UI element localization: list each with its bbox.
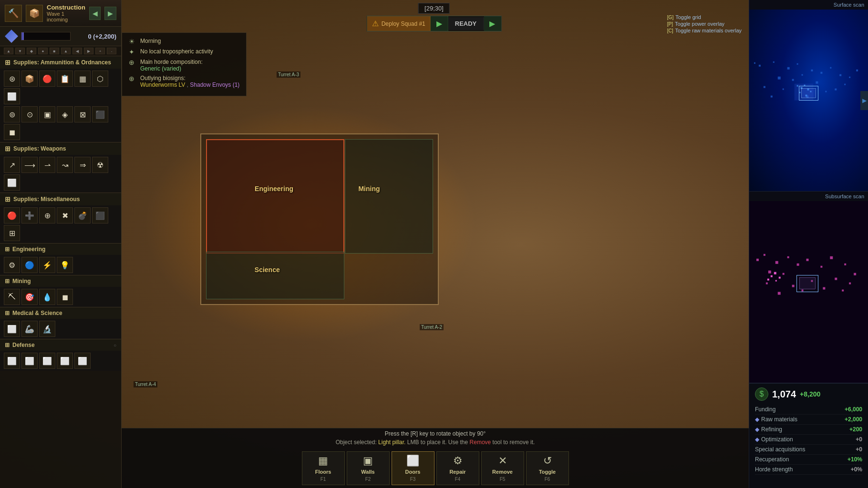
weapons-section-header: ⊞ Supplies: Weapons — [0, 142, 121, 155]
def-item-4[interactable]: ⬜ — [57, 353, 73, 369]
mine-item-1[interactable]: ⛏ — [4, 289, 20, 305]
misc-item-2[interactable]: ➕ — [21, 207, 38, 224]
economy-main-value: 1,074 — [772, 389, 796, 400]
med-item-3[interactable]: 🔬 — [39, 321, 55, 337]
doors-label: Doors — [405, 469, 421, 475]
action-tabs: ▦ Floors F1 ▣ Walls F2 ⬜ Doors F3 ⚙ Repa… — [122, 448, 749, 488]
weapon-item-2[interactable]: ⟶ — [21, 157, 38, 173]
economy-income: +8,200 — [800, 390, 820, 398]
weapon-item-3[interactable]: ⇀ — [39, 157, 55, 173]
eng-item-3[interactable]: ⚡ — [39, 257, 55, 273]
med-item-1[interactable]: ⬜ — [4, 321, 20, 337]
mine-item-3[interactable]: 💧 — [39, 289, 55, 305]
misc-item-7[interactable]: ⊞ — [4, 225, 20, 241]
def-item-2[interactable]: ⬜ — [21, 353, 38, 369]
small-icon-6[interactable]: ▲ — [61, 48, 71, 54]
deploy-squad-label: Deploy Squad #1 — [382, 20, 425, 27]
small-icon-8[interactable]: ▶ — [84, 48, 93, 54]
small-icon-2[interactable]: ▼ — [15, 48, 25, 54]
weapon-item-4[interactable]: ↝ — [57, 157, 73, 173]
ammo-item-2[interactable]: 📦 — [21, 71, 38, 87]
ammo-item-12[interactable]: ⊠ — [74, 106, 91, 122]
ammo-item-8[interactable]: ⊚ — [4, 106, 20, 122]
deploy-play-btn-2[interactable]: ▶ — [484, 16, 501, 31]
walls-tab[interactable]: ▣ Walls F2 — [347, 451, 390, 485]
hint-prefix: Object selected: — [336, 439, 377, 446]
floors-tab[interactable]: ▦ Floors F1 — [302, 451, 345, 485]
eng-item-2[interactable]: 🔵 — [21, 257, 38, 273]
def-item-1[interactable]: ⬜ — [4, 353, 20, 369]
surface-scan-map: ▶ — [749, 10, 868, 191]
ammo-item-1[interactable]: ⊛ — [4, 71, 20, 87]
misc-item-1[interactable]: 🔴 — [4, 207, 20, 224]
repair-icon: ⚙ — [453, 455, 463, 467]
surface-scan-title: Surface scan — [749, 0, 868, 10]
engineering-items: ⚙ 🔵 ⚡ 💡 — [0, 255, 121, 275]
small-icons-row: ▲ ▼ ◆ ● ■ ▲ ◀ ▶ + - — [0, 46, 121, 56]
svg-rect-18 — [825, 91, 827, 92]
rotate-hint: Press the [R] key to rotate object by 90… — [385, 430, 486, 437]
doors-tab[interactable]: ⬜ Doors F3 — [392, 451, 434, 485]
medical-tab-header[interactable]: ⊞ Medical & Science — [0, 307, 121, 319]
nav-arrow-right[interactable]: ▶ — [104, 7, 116, 20]
small-icon-5[interactable]: ■ — [50, 48, 59, 54]
eng-item-1[interactable]: ⚙ — [4, 257, 20, 273]
deploy-play-btn-1[interactable]: ▶ — [431, 16, 448, 31]
mine-item-4[interactable]: ◼ — [57, 289, 73, 305]
svg-rect-3 — [787, 67, 790, 70]
repair-tab[interactable]: ⚙ Repair F4 — [436, 451, 479, 485]
weapon-item-7[interactable]: ⬜ — [4, 174, 20, 191]
ammo-icon: ⊞ — [5, 59, 10, 66]
remove-tab[interactable]: ✕ Remove F5 — [481, 451, 524, 485]
toggle-tab[interactable]: ↺ Toggle F6 — [526, 451, 569, 485]
ammo-item-11[interactable]: ◈ — [57, 106, 73, 122]
ammo-item-4[interactable]: 📋 — [57, 71, 73, 87]
def-item-5[interactable]: ⬜ — [74, 353, 91, 369]
weapons-icon: ⊞ — [5, 145, 10, 152]
funding-label: Funding — [755, 406, 775, 413]
small-icon-7[interactable]: ◀ — [72, 48, 82, 54]
right-panel: Surface scan — [749, 0, 868, 488]
weapon-item-6[interactable]: ☢ — [92, 157, 108, 173]
misc-item-3[interactable]: ⊕ — [39, 207, 55, 224]
mine-item-2[interactable]: 🎯 — [21, 289, 38, 305]
misc-section-header: ⊞ Supplies: Miscellaneous — [0, 193, 121, 205]
misc-item-6[interactable]: ⬛ — [92, 207, 108, 224]
engineering-tab-header[interactable]: ⊞ Engineering — [0, 243, 121, 255]
ammo-item-9[interactable]: ⊙ — [21, 106, 38, 122]
ammo-item-5[interactable]: ▦ — [74, 71, 91, 87]
crystal-sm-1: ◆ — [755, 416, 759, 423]
inventory-icon: 📦 — [26, 5, 43, 22]
misc-item-4[interactable]: ✖ — [57, 207, 73, 224]
ammo-item-14[interactable]: ◼ — [4, 124, 20, 140]
scan-arrow-right[interactable]: ▶ — [860, 91, 868, 110]
misc-item-5[interactable]: 💣 — [74, 207, 91, 224]
ammo-item-10[interactable]: ▣ — [39, 106, 55, 122]
def-item-3[interactable]: ⬜ — [39, 353, 55, 369]
ammo-item-7[interactable]: ⬜ — [4, 88, 20, 104]
small-icon-4[interactable]: ● — [38, 48, 48, 54]
hint-mid: to place it. Use the — [421, 439, 468, 446]
med-item-2[interactable]: 🦾 — [21, 321, 38, 337]
mining-tab-header[interactable]: ⊞ Mining — [0, 275, 121, 287]
raw-materials-row: ◆ Raw materials +2,000 — [755, 415, 862, 425]
small-icon-3[interactable]: ◆ — [27, 48, 36, 54]
funding-value: +6,000 — [845, 406, 862, 413]
weapon-item-1[interactable]: ↗ — [4, 157, 20, 173]
defense-badge: ○ — [114, 343, 116, 348]
grid-label: Toggle grid — [675, 14, 701, 20]
info-time: Morning — [140, 38, 161, 44]
deploy-warning[interactable]: ⚠ Deploy Squad #1 — [367, 16, 431, 31]
small-icon-10[interactable]: - — [107, 48, 116, 54]
weapon-item-5[interactable]: ⇒ — [74, 157, 91, 173]
small-icon-1[interactable]: ▲ — [4, 48, 13, 54]
small-icon-9[interactable]: + — [95, 48, 105, 54]
svg-rect-21 — [856, 70, 858, 71]
biosigns-icon: ⊕ — [129, 75, 136, 82]
defense-tab-header[interactable]: ⊞ Defense ○ — [0, 339, 121, 351]
ammo-item-6[interactable]: ⬡ — [92, 71, 108, 87]
nav-arrow-left[interactable]: ◀ — [89, 7, 101, 20]
eng-item-4[interactable]: 💡 — [57, 257, 73, 273]
ammo-item-3[interactable]: 🔴 — [39, 71, 55, 87]
ammo-item-13[interactable]: ⬛ — [92, 106, 108, 122]
